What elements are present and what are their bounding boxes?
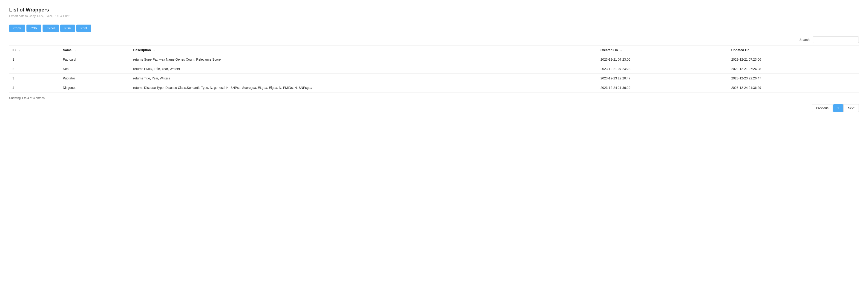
cell-updated-on: 2023-12-24 21:36:29 <box>728 83 859 93</box>
col-id-label: ID <box>12 48 16 52</box>
cell-created-on: 2023-12-24 21:36:29 <box>597 83 728 93</box>
cell-id: 1 <box>9 55 60 64</box>
col-description-label: Description <box>133 48 151 52</box>
excel-button[interactable]: Excel <box>42 25 59 32</box>
cell-created-on: 2023-12-21 07:24:28 <box>597 64 728 74</box>
cell-description: returns Title, Year, Writers <box>130 74 597 83</box>
cell-name: Disgenet <box>60 83 130 93</box>
previous-button[interactable]: Previous <box>812 104 833 112</box>
sort-icon-updated-on: ↑↓ <box>751 49 754 52</box>
cell-id: 4 <box>9 83 60 93</box>
sort-icon-created-on: ↑↓ <box>620 49 622 52</box>
search-label: Search: <box>800 38 810 42</box>
cell-created-on: 2023-12-21 07:23:06 <box>597 55 728 64</box>
table-row: 4 Disgenet returns Disease Type, Disease… <box>9 83 859 93</box>
pdf-button[interactable]: PDF <box>60 25 75 32</box>
showing-text: Showing 1 to 4 of 4 entries <box>9 96 859 100</box>
table-row: 2 Ncbi returns PMID, Title, Year, Writer… <box>9 64 859 74</box>
wrappers-table: ID ↑↓ Name ↑↓ Description ↑↓ Created On … <box>9 45 859 93</box>
sort-icon-description: ↑↓ <box>153 49 155 52</box>
print-button[interactable]: Print <box>76 25 91 32</box>
page-subtitle: Export data to Copy, CSV, Excel, PDF & P… <box>9 14 859 18</box>
col-id[interactable]: ID ↑↓ <box>9 45 60 55</box>
col-name-label: Name <box>63 48 71 52</box>
col-updated-on-label: Updated On <box>731 48 749 52</box>
pagination: Previous 1 Next <box>9 104 859 112</box>
sort-icon-id: ↑↓ <box>18 49 20 52</box>
cell-updated-on: 2023-12-21 07:24:28 <box>728 64 859 74</box>
col-updated-on[interactable]: Updated On ↑↓ <box>728 45 859 55</box>
cell-id: 3 <box>9 74 60 83</box>
csv-button[interactable]: CSV <box>26 25 41 32</box>
col-created-on[interactable]: Created On ↑↓ <box>597 45 728 55</box>
cell-updated-on: 2023-12-23 22:26:47 <box>728 74 859 83</box>
cell-updated-on: 2023-12-21 07:23:06 <box>728 55 859 64</box>
col-description[interactable]: Description ↑↓ <box>130 45 597 55</box>
page-title: List of Wrappers <box>9 7 859 13</box>
cell-created-on: 2023-12-23 22:26:47 <box>597 74 728 83</box>
cell-description: returns SuperPathway Name,Genes Count, R… <box>130 55 597 64</box>
cell-description: returns PMID, Title, Year, Writers <box>130 64 597 74</box>
page-1-button[interactable]: 1 <box>833 104 843 112</box>
cell-id: 2 <box>9 64 60 74</box>
cell-description: returns Disease Type, Disease Class,Sema… <box>130 83 597 93</box>
col-name[interactable]: Name ↑↓ <box>60 45 130 55</box>
search-bar: Search: <box>9 36 859 43</box>
cell-name: Pathcard <box>60 55 130 64</box>
next-button[interactable]: Next <box>843 104 859 112</box>
search-input[interactable] <box>813 36 859 43</box>
export-buttons-group: Copy CSV Excel PDF Print <box>9 25 859 32</box>
cell-name: Pubtator <box>60 74 130 83</box>
table-row: 1 Pathcard returns SuperPathway Name,Gen… <box>9 55 859 64</box>
copy-button[interactable]: Copy <box>9 25 25 32</box>
table-row: 3 Pubtator returns Title, Year, Writers … <box>9 74 859 83</box>
cell-name: Ncbi <box>60 64 130 74</box>
sort-icon-name: ↑↓ <box>73 49 76 52</box>
col-created-on-label: Created On <box>600 48 618 52</box>
